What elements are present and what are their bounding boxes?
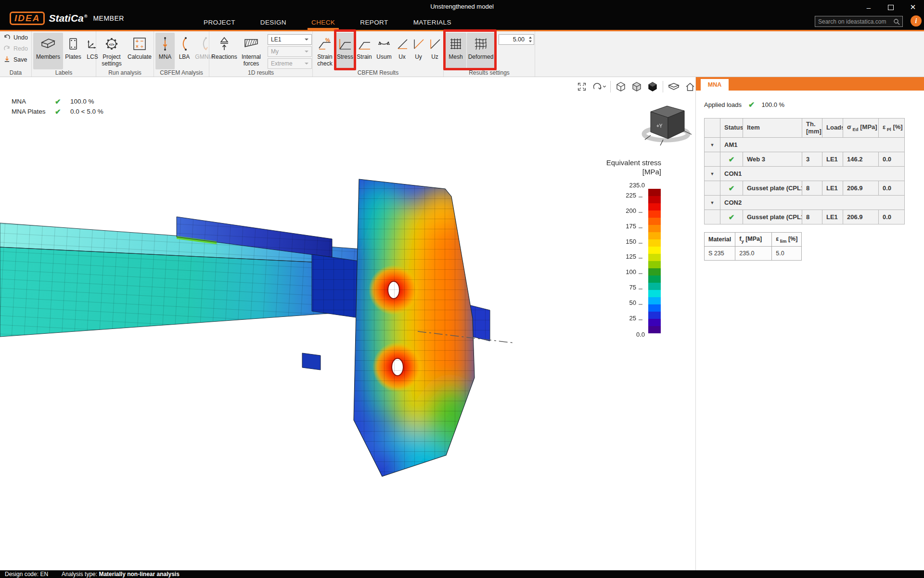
clip-view-icon[interactable] — [667, 81, 680, 92]
project-settings-icon: </> — [104, 34, 119, 54]
rotate-view-icon[interactable] — [591, 81, 606, 92]
window-title: Unstrengthened model — [0, 3, 924, 10]
ribbon-group-run-analysis: </> Project settings +−×÷ Calculate Run … — [96, 31, 154, 77]
svg-text:−: − — [141, 38, 143, 44]
window-controls: – ✕ — [858, 0, 924, 14]
strain-button[interactable]: Strain — [355, 33, 374, 69]
search-box — [815, 16, 903, 27]
redo-button[interactable]: Redo — [1, 43, 30, 53]
solid-view-icon[interactable] — [647, 81, 658, 92]
mesh-deformed-highlight: Mesh Deformed — [445, 33, 495, 69]
expander-icon: ▼ — [710, 143, 715, 147]
mna-button[interactable]: MNA — [155, 33, 175, 69]
material-table-header: Material fy [MPa] ε lim [%] — [705, 233, 802, 247]
app-logo: IDEA StatiCa® MEMBER — [10, 12, 124, 25]
plates-button[interactable]: Plates — [64, 33, 83, 69]
nav-cube-face-label: +Y — [656, 123, 663, 129]
info-button[interactable]: i — [911, 15, 922, 26]
check-icon: ✔ — [748, 100, 755, 109]
stress-button[interactable]: Stress — [336, 33, 354, 69]
members-button[interactable]: Members — [33, 33, 63, 69]
uy-button[interactable]: Uy — [411, 33, 426, 69]
title-bar: Unstrengthened model – ✕ IDEA StatiCa® M… — [0, 0, 924, 30]
usum-button[interactable]: Usum — [374, 33, 394, 69]
table-group-row[interactable]: ▼ CON1 — [705, 167, 905, 181]
table-row[interactable]: ✔ Gusset plate (CPL1a) 8 LE1 206.9 0.0 — [705, 181, 905, 196]
extreme-dropdown[interactable]: Extreme — [268, 58, 312, 69]
table-row[interactable]: ✔ Gusset plate (CPL1a) 8 LE1 206.9 0.0 — [705, 210, 905, 224]
toolbar-separator — [663, 81, 663, 92]
ribbon-group-data: Undo Redo Save Data — [0, 31, 32, 77]
tab-report[interactable]: REPORT — [359, 14, 389, 30]
lba-icon — [180, 34, 189, 54]
reactions-button[interactable]: Reactions — [211, 33, 238, 69]
results-panel: MNA Applied loads ✔ 100.0 % Status Item … — [695, 77, 924, 570]
redo-icon — [3, 44, 11, 53]
tab-mna[interactable]: MNA — [701, 79, 729, 91]
table-row[interactable]: ✔ Web 3 3 LE1 146.2 0.0 — [705, 152, 905, 167]
viewport-toolbar — [577, 80, 695, 93]
undo-icon — [3, 33, 11, 42]
internal-forces-icon — [244, 34, 259, 54]
tab-design[interactable]: DESIGN — [259, 14, 288, 30]
status-bar: Design code: EN Analysis type: Materiall… — [0, 570, 924, 578]
tab-materials[interactable]: MATERIALS — [412, 14, 453, 30]
tab-check[interactable]: CHECK — [310, 14, 336, 30]
legend-bar — [648, 189, 661, 333]
home-view-icon[interactable] — [684, 81, 695, 92]
table-group-row[interactable]: ▼ AM1 — [705, 138, 905, 152]
table-group-row[interactable]: ▼ CON2 — [705, 196, 905, 210]
check-icon: ✔ — [729, 155, 735, 163]
calculate-button[interactable]: +−×÷ Calculate — [126, 33, 153, 69]
save-button[interactable]: Save — [1, 54, 29, 65]
expander-icon: ▼ — [710, 171, 715, 176]
viewport-3d[interactable]: +Y MNA ✔ 100.0 % MNA Plates ✔ 0.0 < 5.0 … — [0, 77, 695, 570]
check-icon: ✔ — [55, 107, 70, 116]
ribbon-group-1d-results: Reactions Internal forces LE1 My Extreme… — [209, 31, 313, 77]
reactions-icon — [218, 34, 231, 54]
logo-product: MEMBER — [93, 14, 124, 22]
ribbon: Undo Redo Save Data Members Plates LCS — [0, 30, 924, 77]
tab-project[interactable]: PROJECT — [202, 14, 237, 30]
applied-loads-row: Applied loads ✔ 100.0 % — [704, 100, 924, 109]
material-row[interactable]: S 235 235.0 5.0 — [705, 247, 802, 261]
load-case-dropdown[interactable]: LE1 — [268, 34, 312, 45]
panel-tab-bar: MNA — [696, 77, 924, 91]
ux-button[interactable]: Ux — [394, 33, 410, 69]
ribbon-filler — [535, 31, 924, 77]
undo-button[interactable]: Undo — [1, 32, 30, 42]
navigation-cube[interactable]: +Y — [644, 106, 692, 145]
chevron-down-icon — [305, 39, 308, 40]
summary-row-mna: MNA ✔ 100.0 % — [12, 96, 103, 106]
internal-forces-button[interactable]: Internal forces — [238, 33, 264, 69]
legend-title: Equivalent stress [MPa] — [565, 158, 661, 176]
analysis-type-value: Materially non-linear analysis — [99, 571, 179, 578]
legend-min-value: 0.0 — [617, 331, 645, 338]
search-input[interactable] — [815, 18, 893, 25]
component-dropdown[interactable]: My — [268, 46, 312, 57]
ribbon-group-labels: Members Plates LCS Labels — [32, 31, 96, 77]
stepper-down-icon — [529, 40, 532, 42]
minimize-button[interactable]: – — [858, 0, 880, 14]
project-settings-button[interactable]: </> Project settings — [98, 33, 126, 69]
svg-text:+: + — [136, 38, 139, 44]
strain-check-button[interactable]: % Strain check — [314, 33, 335, 69]
legend-ticks: 225 200 175 150 125 100 75 50 25 — [615, 189, 645, 333]
material-table: Material fy [MPa] ε lim [%] S 235 235.0 … — [704, 232, 802, 261]
check-icon: ✔ — [729, 184, 735, 192]
deformed-scale-stepper[interactable]: 5.00 — [499, 34, 534, 45]
svg-text:×: × — [136, 44, 139, 49]
uy-icon — [412, 34, 425, 54]
close-button[interactable]: ✕ — [902, 0, 924, 14]
mesh-button[interactable]: Mesh — [445, 33, 466, 69]
transparent-view-icon[interactable] — [631, 81, 642, 92]
uz-icon — [429, 34, 441, 54]
wireframe-view-icon[interactable] — [615, 81, 627, 92]
uz-button[interactable]: Uz — [427, 33, 443, 69]
stepper-arrows[interactable] — [526, 35, 534, 44]
lba-button[interactable]: LBA — [175, 33, 193, 69]
search-icon — [893, 18, 900, 25]
deformed-button[interactable]: Deformed — [467, 33, 495, 69]
fit-view-icon[interactable] — [577, 81, 587, 92]
maximize-button[interactable] — [880, 0, 902, 14]
